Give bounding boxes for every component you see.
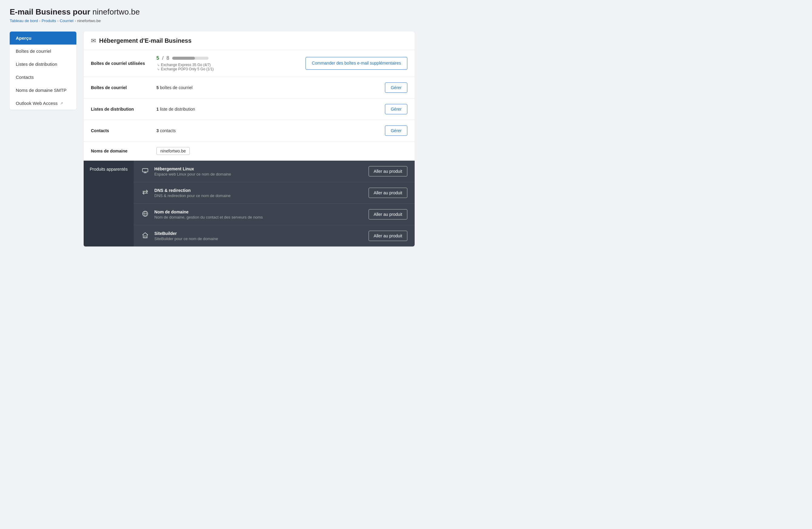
related-products-list: Hébergement Linux Espace web Linux pour … — [134, 161, 415, 246]
boites-courriel-label: Boîtes de courriel — [91, 85, 151, 90]
mailboxes-progress-bar — [172, 57, 208, 60]
dns-redirection-button[interactable]: Aller au produit — [368, 188, 407, 198]
email-business-card: ✉ Hébergement d'E-mail Business Boîtes d… — [84, 31, 415, 246]
sidebar-item-noms-domaine-smtp[interactable]: Noms de domaine SMTP — [10, 84, 76, 97]
listes-distribution-gerer-button[interactable]: Gérer — [385, 104, 407, 114]
external-link-icon: ↗ — [60, 101, 63, 105]
sitebuilder-info: SiteBuilder SiteBuilder pour ce nom de d… — [154, 231, 364, 241]
sidebar: Aperçu Boîtes de courriel Listes de dist… — [10, 31, 76, 110]
boites-courriel-count: 5 — [156, 85, 159, 90]
contacts-row: Contacts 3 contacts Gérer — [84, 120, 415, 142]
sidebar-item-boites-courriel-label: Boîtes de courriel — [16, 48, 51, 54]
domain-tag: ninefortwo.be — [156, 147, 190, 155]
breadcrumb-tableau-de-bord[interactable]: Tableau de bord — [10, 18, 38, 23]
related-product-dns-redirection: DNS & redirection DNS & redirection pour… — [134, 182, 415, 204]
breadcrumb-sep-1: › — [39, 19, 40, 23]
listes-distribution-row: Listes de distribution 1 liste de distri… — [84, 99, 415, 120]
nom-domaine-info: Nom de domaine Nom de domaine, gestion d… — [154, 210, 364, 219]
page-title: E-mail Business pour ninefortwo.be — [10, 7, 415, 17]
svg-rect-0 — [143, 169, 148, 172]
boites-courriel-text: boîtes de courriel — [159, 85, 192, 90]
dns-redirection-desc: DNS & redirection pour ce nom de domaine — [154, 194, 364, 198]
dns-redirection-info: DNS & redirection DNS & redirection pour… — [154, 188, 364, 198]
mailboxes-sub-item-1: Exchange Express 35 Go (4/7) — [157, 63, 301, 67]
hebergement-linux-name: Hébergement Linux — [154, 167, 364, 171]
related-product-nom-domaine: Nom de domaine Nom de domaine, gestion d… — [134, 204, 415, 225]
sidebar-item-noms-domaine-smtp-label: Noms de domaine SMTP — [16, 88, 67, 93]
related-product-sitebuilder: SiteBuilder SiteBuilder pour ce nom de d… — [134, 225, 415, 246]
sidebar-item-contacts[interactable]: Contacts — [10, 71, 76, 84]
boites-courriel-action: Gérer — [385, 83, 407, 93]
breadcrumb-produits[interactable]: Produits — [42, 18, 56, 23]
contacts-value: 3 contacts — [156, 128, 380, 133]
listes-distribution-count: 1 — [156, 107, 159, 112]
listes-distribution-label: Listes de distribution — [91, 107, 151, 112]
listes-distribution-action: Gérer — [385, 104, 407, 114]
sidebar-item-apercu-label: Aperçu — [16, 35, 31, 41]
mailboxes-sub-item-2: Exchange POP3 Only 5 Go (1/1) — [157, 67, 301, 71]
mailboxes-used-count: 5 — [156, 56, 159, 61]
order-mailboxes-action: Commander des boîtes e-mail supplémentai… — [305, 57, 407, 70]
noms-domaine-row: Noms de domaine ninefortwo.be — [84, 142, 415, 161]
sidebar-item-contacts-label: Contacts — [16, 75, 34, 80]
hebergement-linux-button[interactable]: Aller au produit — [368, 166, 407, 176]
sitebuilder-desc: SiteBuilder pour ce nom de domaine — [154, 237, 364, 241]
hebergement-linux-icon — [141, 167, 149, 175]
boites-courriel-gerer-button[interactable]: Gérer — [385, 83, 407, 93]
sitebuilder-button[interactable]: Aller au produit — [368, 231, 407, 241]
svg-rect-8 — [144, 236, 146, 238]
sitebuilder-icon — [141, 232, 149, 240]
mailboxes-used-value: 5 / 8 Exchange Express 35 Go (4/7) Excha… — [156, 56, 301, 71]
related-products-label: Produits apparentés — [84, 161, 134, 246]
listes-distribution-value: 1 liste de distribution — [156, 107, 380, 112]
nom-domaine-icon — [141, 210, 149, 218]
hebergement-linux-info: Hébergement Linux Espace web Linux pour … — [154, 167, 364, 176]
sitebuilder-name: SiteBuilder — [154, 231, 364, 236]
boites-courriel-row: Boîtes de courriel 5 boîtes de courriel … — [84, 77, 415, 99]
contacts-count: 3 — [156, 128, 159, 133]
card-header: ✉ Hébergement d'E-mail Business — [84, 31, 415, 50]
noms-domaine-label: Noms de domaine — [91, 148, 151, 153]
mailboxes-used-slash: / — [162, 56, 163, 61]
related-product-hebergement-linux: Hébergement Linux Espace web Linux pour … — [134, 161, 415, 182]
mailboxes-used-row: Boîtes de courriel utilisées 5 / 8 Excha… — [84, 50, 415, 77]
breadcrumb-sep-3: › — [75, 19, 76, 23]
mailboxes-used-label: Boîtes de courriel utilisées — [91, 61, 151, 66]
noms-domaine-value: ninefortwo.be — [156, 147, 403, 155]
breadcrumb-sep-2: › — [57, 19, 58, 23]
breadcrumb-current: ninefortwo.be — [77, 18, 101, 23]
contacts-action: Gérer — [385, 126, 407, 136]
hebergement-linux-desc: Espace web Linux pour ce nom de domaine — [154, 172, 364, 176]
sidebar-item-boites-courriel[interactable]: Boîtes de courriel — [10, 45, 76, 58]
sidebar-item-listes-distribution-label: Listes de distribution — [16, 61, 57, 67]
mailboxes-total: 8 — [166, 56, 169, 61]
sidebar-item-listes-distribution[interactable]: Listes de distribution — [10, 58, 76, 71]
card-header-title: Hébergement d'E-mail Business — [99, 37, 191, 44]
dns-redirection-icon — [141, 189, 149, 197]
order-mailboxes-button[interactable]: Commander des boîtes e-mail supplémentai… — [305, 57, 407, 70]
mailboxes-sub: Exchange Express 35 Go (4/7) Exchange PO… — [156, 63, 301, 71]
nom-domaine-desc: Nom de domaine, gestion du contact et de… — [154, 215, 364, 219]
nom-domaine-button[interactable]: Aller au produit — [368, 209, 407, 219]
main-content: ✉ Hébergement d'E-mail Business Boîtes d… — [84, 31, 415, 246]
related-products: Produits apparentés — [84, 161, 415, 246]
sidebar-item-outlook-web-access-label: Outlook Web Access — [16, 101, 58, 106]
contacts-text: contacts — [159, 128, 176, 133]
nom-domaine-name: Nom de domaine — [154, 210, 364, 214]
contacts-label: Contacts — [91, 128, 151, 133]
listes-distribution-text: liste de distribution — [159, 107, 195, 112]
email-icon: ✉ — [91, 37, 96, 44]
boites-courriel-value: 5 boîtes de courriel — [156, 85, 380, 90]
sidebar-item-outlook-web-access[interactable]: Outlook Web Access ↗ — [10, 97, 76, 110]
breadcrumb-courriel[interactable]: Courriel — [60, 18, 74, 23]
contacts-gerer-button[interactable]: Gérer — [385, 126, 407, 136]
dns-redirection-name: DNS & redirection — [154, 188, 364, 193]
sidebar-item-apercu[interactable]: Aperçu — [10, 31, 76, 45]
mailboxes-progress-bar-inner — [172, 57, 194, 60]
breadcrumb: Tableau de bord › Produits › Courriel › … — [10, 18, 415, 23]
